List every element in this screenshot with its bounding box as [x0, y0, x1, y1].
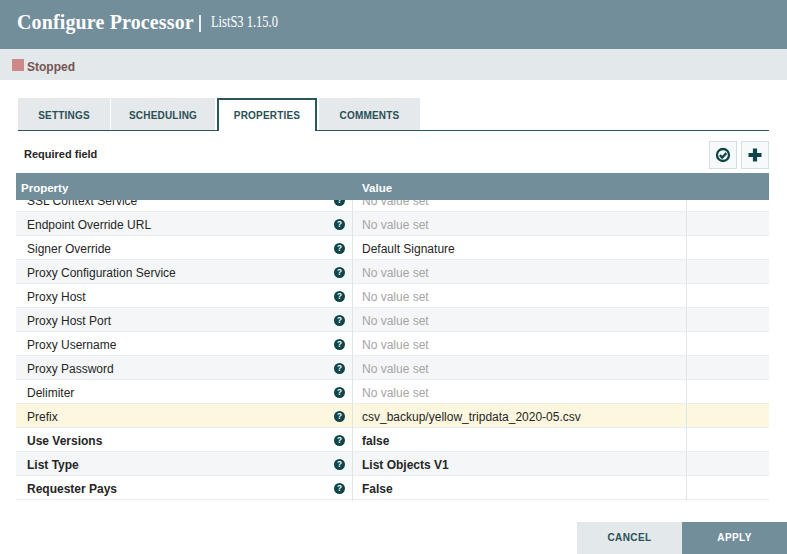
svg-text:?: ?: [337, 388, 342, 397]
svg-text:?: ?: [337, 412, 342, 421]
svg-text:?: ?: [337, 460, 342, 469]
svg-text:?: ?: [337, 340, 342, 349]
svg-text:?: ?: [337, 364, 342, 373]
svg-text:?: ?: [337, 484, 342, 493]
svg-text:?: ?: [337, 292, 342, 301]
svg-text:?: ?: [337, 244, 342, 253]
svg-text:?: ?: [337, 316, 342, 325]
svg-text:?: ?: [337, 220, 342, 229]
svg-text:?: ?: [337, 268, 342, 277]
svg-text:?: ?: [337, 200, 342, 205]
svg-text:?: ?: [337, 436, 342, 445]
